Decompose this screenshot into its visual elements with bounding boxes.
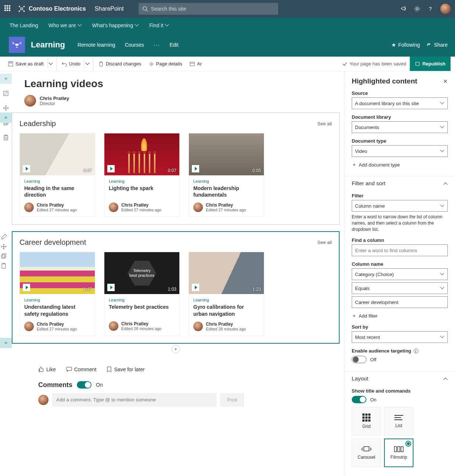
following-button[interactable]: ★Following bbox=[391, 42, 420, 48]
svg-point-3 bbox=[19, 11, 20, 12]
duplicate-webpart-icon[interactable] bbox=[1, 253, 7, 259]
hub-nav-who[interactable]: Who we are bbox=[49, 22, 82, 28]
search-box[interactable]: Search this site bbox=[139, 3, 278, 15]
site-nav-remote[interactable]: Remote learning bbox=[78, 42, 115, 48]
layout-grid-option[interactable]: Grid bbox=[352, 407, 381, 436]
undo-button[interactable]: Undo bbox=[56, 57, 84, 71]
source-label: Source bbox=[352, 90, 448, 96]
comments-toggle[interactable] bbox=[77, 381, 92, 389]
filter-value-input[interactable]: Career development bbox=[352, 296, 448, 308]
site-title[interactable]: Learning bbox=[31, 40, 65, 50]
video-card[interactable]: 0:05LearningModern leadership fundamenta… bbox=[189, 133, 264, 217]
site-nav-edit[interactable]: Edit bbox=[169, 42, 178, 48]
hub-nav-landing[interactable]: The Landing bbox=[10, 22, 38, 28]
layout-list-option[interactable]: List bbox=[384, 407, 413, 436]
chevron-down-icon bbox=[165, 24, 169, 27]
find-column-input[interactable] bbox=[352, 244, 448, 256]
save-later-button[interactable]: Save for later bbox=[107, 366, 144, 372]
webpart-leadership[interactable]: Leadership See all 0:47LearningHeading i… bbox=[12, 112, 340, 225]
add-section-inline[interactable]: ＋ bbox=[12, 344, 340, 355]
trash-icon bbox=[98, 61, 104, 67]
layout-filmstrip-option[interactable]: Filmstrip bbox=[384, 439, 413, 467]
discard-button[interactable]: Discard changes bbox=[93, 57, 145, 71]
video-category: Learning bbox=[193, 298, 259, 302]
close-icon[interactable]: ✕ bbox=[443, 78, 448, 85]
brand-name[interactable]: Contoso Electronics bbox=[29, 6, 86, 12]
edit-webpart-icon[interactable] bbox=[1, 234, 7, 240]
see-all-link[interactable]: See all bbox=[317, 121, 332, 126]
video-card[interactable]: 0:47LearningHeading in the same directio… bbox=[19, 133, 95, 217]
svg-text:?: ? bbox=[429, 6, 432, 12]
doclib-dropdown[interactable]: Documents bbox=[352, 121, 448, 133]
move-icon[interactable] bbox=[1, 103, 11, 113]
user-avatar[interactable] bbox=[440, 4, 451, 14]
video-author: Chris Pratley bbox=[37, 322, 77, 327]
app-launcher-icon[interactable] bbox=[4, 5, 12, 12]
page-details-button[interactable]: Page details bbox=[145, 57, 186, 71]
edit-text-icon[interactable] bbox=[1, 88, 11, 99]
add-section-button[interactable]: ＋ bbox=[0, 74, 12, 84]
megaphone-icon[interactable] bbox=[401, 6, 407, 12]
delete-webpart-icon[interactable] bbox=[1, 263, 7, 269]
doctype-dropdown[interactable]: Video bbox=[352, 145, 448, 157]
like-icon bbox=[38, 366, 44, 372]
layout-carousel-option[interactable]: Carousel bbox=[352, 439, 381, 467]
operator-dropdown[interactable]: Equals bbox=[352, 282, 448, 294]
video-duration: 1:03 bbox=[168, 287, 176, 292]
republish-button[interactable]: Republish bbox=[410, 57, 451, 71]
like-button[interactable]: Like bbox=[38, 366, 56, 372]
delete-icon[interactable] bbox=[1, 132, 11, 143]
svg-line-5 bbox=[20, 7, 21, 8]
add-doctype-link[interactable]: ＋Add document type bbox=[352, 161, 448, 168]
star-icon: ★ bbox=[391, 42, 396, 48]
audience-toggle[interactable] bbox=[352, 356, 366, 363]
site-logo[interactable] bbox=[9, 37, 25, 53]
post-button[interactable]: Post bbox=[220, 393, 244, 407]
chevron-down-icon bbox=[441, 204, 444, 208]
video-card[interactable]: 1:47LearningUnderstanding latest safety … bbox=[19, 252, 95, 336]
side-rail: ＋ bbox=[0, 71, 12, 476]
ar-button[interactable]: Ar bbox=[186, 57, 205, 71]
video-card[interactable]: 1:23LearningGyro calibrations for urban … bbox=[189, 252, 264, 336]
share-button[interactable]: Share bbox=[427, 42, 448, 48]
find-column-label: Find a column bbox=[352, 237, 448, 243]
hub-nav-whats[interactable]: What's happening bbox=[92, 22, 139, 28]
video-card[interactable]: Telemetry best practices1:03LearningTele… bbox=[104, 252, 180, 336]
column-name-label: Column name bbox=[352, 261, 448, 267]
add-section-left-bottom[interactable]: ＋ bbox=[0, 338, 12, 348]
site-nav-courses[interactable]: Courses bbox=[125, 42, 144, 48]
site-nav-more[interactable]: ··· bbox=[154, 42, 160, 48]
column-name-dropdown[interactable]: Category (Choice) bbox=[352, 268, 448, 280]
hub-nav: The Landing Who we are What's happening … bbox=[0, 18, 455, 33]
webpart-career[interactable]: Career development See all 1:47LearningU… bbox=[12, 231, 340, 343]
hub-nav-find[interactable]: Find it bbox=[149, 22, 169, 28]
video-edited: Edited 27 minutes ago bbox=[37, 327, 77, 331]
video-card[interactable]: 0:07LearningLighting the sparkChris Prat… bbox=[104, 133, 180, 217]
sort-by-dropdown[interactable]: Most recent bbox=[352, 331, 448, 343]
move-webpart-icon[interactable] bbox=[1, 244, 7, 250]
comment-input[interactable] bbox=[52, 393, 216, 407]
video-category: Learning bbox=[24, 179, 90, 183]
chevron-up-icon[interactable] bbox=[444, 182, 448, 185]
chevron-down-icon bbox=[441, 149, 444, 153]
save-draft-button[interactable]: Save as draft bbox=[4, 57, 47, 71]
video-thumbnail: 0:47 bbox=[20, 133, 95, 175]
share-icon bbox=[427, 42, 432, 47]
see-all-link[interactable]: See all bbox=[317, 240, 332, 245]
app-name[interactable]: SharePoint bbox=[95, 6, 124, 12]
source-dropdown[interactable]: A document library on this site bbox=[352, 97, 448, 109]
video-duration: 0:05 bbox=[252, 168, 261, 173]
info-icon[interactable]: i bbox=[413, 348, 419, 354]
add-section-left[interactable]: ＋ bbox=[0, 112, 12, 123]
filter-dropdown[interactable]: Column name bbox=[352, 200, 448, 212]
settings-icon[interactable] bbox=[414, 6, 420, 12]
chevron-up-icon[interactable] bbox=[444, 377, 448, 380]
undo-split[interactable] bbox=[84, 60, 92, 68]
comment-icon bbox=[66, 366, 72, 372]
show-title-toggle[interactable] bbox=[352, 396, 366, 403]
save-draft-split[interactable] bbox=[47, 60, 55, 68]
add-filter-link[interactable]: ＋Add filter bbox=[352, 312, 448, 319]
help-icon[interactable]: ? bbox=[427, 6, 434, 12]
carousel-icon bbox=[361, 446, 372, 452]
comment-button[interactable]: Comment bbox=[66, 366, 97, 372]
